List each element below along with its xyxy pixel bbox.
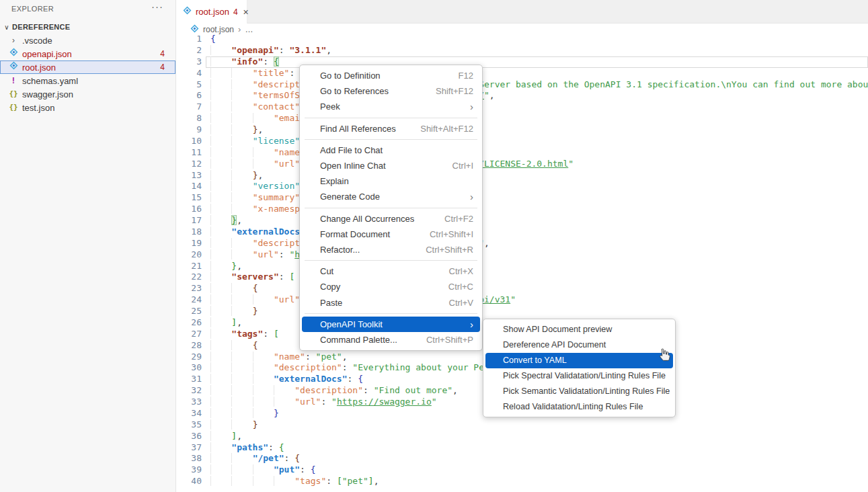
menu-item-add-file-to-chat[interactable]: Add File to Chat: [302, 142, 480, 158]
menu-item-shortcut: Ctrl+X: [449, 266, 473, 276]
code-line[interactable]: "tags": ["pet"],: [210, 476, 868, 487]
line-number: 12: [176, 159, 202, 170]
close-icon[interactable]: ×: [243, 7, 249, 17]
menu-item-reload-validatation-linting-rules-file[interactable]: Reload Validatation/Linting Rules File: [485, 399, 673, 414]
code-line[interactable]: "put": {: [210, 464, 868, 476]
menu-item-label: Add File to Chat: [320, 145, 473, 155]
line-number: 1: [176, 34, 202, 45]
openapi-file-icon: [8, 47, 19, 61]
line-number: 36: [176, 431, 202, 442]
menu-item-label: Generate Code: [320, 192, 451, 202]
line-number: 20: [176, 249, 202, 261]
explorer-sidebar: EXPLORER ··· ∨ DEREFERENCE ›.vscodeopena…: [0, 0, 176, 492]
line-number: 24: [176, 294, 202, 306]
menu-item-paste[interactable]: PasteCtrl+V: [302, 294, 480, 310]
menu-item-shortcut: Shift+Alt+F12: [420, 124, 473, 134]
file-item-schemas-yaml[interactable]: !schemas.yaml: [0, 74, 175, 87]
menu-item-explain[interactable]: Explain: [302, 173, 480, 189]
menu-item-refactor[interactable]: Refactor...Ctrl+Shift+R: [302, 242, 480, 257]
line-number: 29: [176, 352, 202, 363]
code-line[interactable]: ],: [210, 431, 868, 442]
line-number: 8: [176, 113, 202, 124]
menu-item-label: Pick Spectral Validatation/Linting Rules…: [503, 371, 666, 380]
menu-item-shortcut: Ctrl+Shift+R: [426, 245, 473, 255]
menu-item-shortcut: Ctrl+I: [452, 161, 473, 171]
menu-item-label: Convert to YAML: [503, 356, 666, 365]
menu-item-go-to-references[interactable]: Go to ReferencesShift+F12: [302, 83, 480, 99]
menu-item-label: OpenAPI Toolkit: [320, 319, 451, 329]
chevron-down-icon: ∨: [3, 24, 11, 31]
submenu-arrow-icon: ›: [470, 319, 473, 329]
menu-item-pick-spectral-validatation-linting-rules-file[interactable]: Pick Spectral Validatation/Linting Rules…: [485, 368, 673, 384]
problem-count-badge: 4: [160, 63, 165, 72]
menu-item-shortcut: Shift+F12: [436, 86, 473, 96]
line-number: 13: [176, 170, 202, 181]
code-line[interactable]: "paths": {: [210, 442, 868, 454]
line-number: 27: [176, 329, 202, 340]
menu-item-go-to-definition[interactable]: Go to DefinitionF12: [302, 68, 480, 83]
file-item-vscode[interactable]: ›.vscode: [0, 34, 175, 47]
line-number: 26: [176, 317, 202, 329]
line-number: 21: [176, 261, 202, 272]
menu-item-format-document[interactable]: Format DocumentCtrl+Shift+I: [302, 227, 480, 242]
menu-item-label: Show API Document preview: [503, 325, 666, 334]
menu-separator: [305, 313, 477, 314]
menu-item-label: Explain: [320, 176, 473, 186]
json-file-icon: {}: [8, 101, 19, 114]
breadcrumb-file[interactable]: root.json: [203, 25, 234, 34]
menu-item-change-all-occurrences[interactable]: Change All OccurrencesCtrl+F2: [302, 211, 480, 227]
json-file-icon: {}: [8, 87, 19, 101]
file-item-openapi-json[interactable]: openapi.json4: [0, 47, 175, 60]
explorer-file-list: ›.vscodeopenapi.json4root.json4!schemas.…: [0, 34, 175, 114]
menu-item-peek[interactable]: Peek›: [302, 99, 480, 114]
line-number: 2: [176, 45, 202, 56]
menu-item-open-inline-chat[interactable]: Open Inline ChatCtrl+I: [302, 158, 480, 173]
line-number: 6: [176, 90, 202, 101]
submenu-arrow-icon: ›: [470, 192, 473, 202]
code-line[interactable]: }: [210, 419, 868, 431]
editor-tab-bar: root.json 4 ×: [176, 0, 868, 24]
line-number: 7: [176, 101, 202, 113]
line-number: 25: [176, 306, 202, 317]
menu-item-label: Open Inline Chat: [320, 161, 434, 171]
tab-root-json[interactable]: root.json 4 ×: [176, 0, 247, 24]
line-number: 31: [176, 374, 202, 385]
file-label: swagger.json: [22, 89, 73, 99]
line-number: 5: [176, 79, 202, 91]
breadcrumb-more[interactable]: …: [245, 25, 253, 34]
menu-item-dereference-api-document[interactable]: Dereference API Document: [485, 337, 673, 353]
menu-separator: [305, 208, 477, 208]
menu-item-pick-semantic-validatation-linting-rules-file[interactable]: Pick Semantic Validatation/Linting Rules…: [485, 384, 673, 399]
menu-item-label: Dereference API Document: [503, 340, 666, 350]
file-label: schemas.yaml: [22, 76, 78, 86]
code-line[interactable]: "openapi": "3.1.1",: [210, 45, 868, 56]
menu-item-command-palette[interactable]: Command Palette...Ctrl+Shift+P: [302, 332, 480, 347]
menu-item-shortcut: Ctrl+V: [449, 298, 473, 308]
line-number: 9: [176, 124, 202, 136]
section-dereference[interactable]: ∨ DEREFERENCE: [0, 20, 175, 34]
code-line[interactable]: {: [210, 34, 868, 45]
menu-item-shortcut: F12: [459, 71, 473, 81]
explorer-actions-icon[interactable]: ···: [151, 1, 163, 12]
menu-item-show-api-document-preview[interactable]: Show API Document preview: [485, 322, 673, 337]
menu-item-shortcut: Ctrl+F2: [444, 214, 473, 224]
line-number: 28: [176, 340, 202, 352]
menu-item-label: Paste: [320, 298, 430, 308]
menu-item-copy[interactable]: CopyCtrl+C: [302, 279, 480, 294]
file-item-test-json[interactable]: {}test.json: [0, 101, 175, 114]
file-label: test.json: [22, 103, 54, 113]
menu-item-generate-code[interactable]: Generate Code›: [302, 189, 480, 204]
menu-item-openapi-toolkit[interactable]: OpenAPI Toolkit›: [302, 317, 480, 332]
menu-item-label: Find All References: [320, 124, 401, 134]
submenu-arrow-icon: ›: [470, 101, 473, 112]
line-number: 18: [176, 227, 202, 238]
file-item-swagger-json[interactable]: {}swagger.json: [0, 87, 175, 101]
menu-item-find-all-references[interactable]: Find All ReferencesShift+Alt+F12: [302, 121, 480, 136]
menu-item-label: Command Palette...: [320, 335, 407, 345]
menu-item-cut[interactable]: CutCtrl+X: [302, 263, 480, 279]
file-item-root-json[interactable]: root.json4: [0, 60, 175, 74]
openapi-file-icon: [8, 60, 19, 75]
menu-item-convert-to-yaml[interactable]: Convert to YAML: [485, 353, 673, 368]
code-line[interactable]: "/pet": {: [210, 453, 868, 464]
menu-item-label: Pick Semantic Validatation/Linting Rules…: [503, 386, 670, 396]
